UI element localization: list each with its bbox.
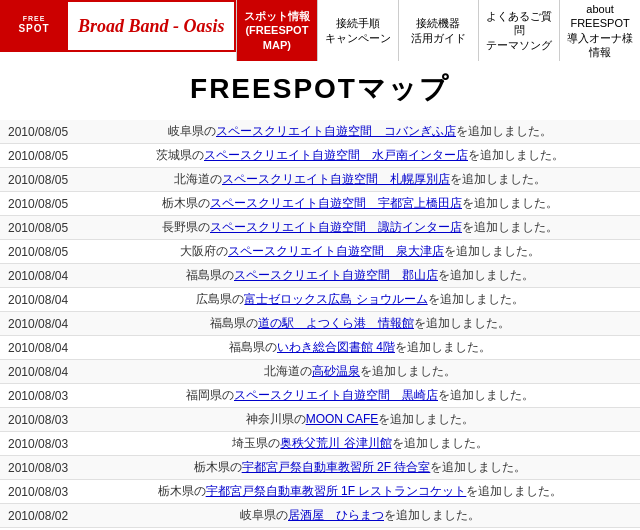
entry-cell: 広島県の富士ゼロックス広島 ショウルームを追加しました。	[80, 288, 640, 312]
date-cell: 2010/08/04	[0, 288, 80, 312]
table-row: 2010/08/03埼玉県の奥秩父荒川 谷津川館を追加しました。	[0, 432, 640, 456]
table-row: 2010/08/04福島県のいわき総合図書館 4階を追加しました。	[0, 336, 640, 360]
date-cell: 2010/08/03	[0, 432, 80, 456]
entry-link[interactable]: 奥秩父荒川 谷津川館	[280, 436, 391, 450]
entry-link[interactable]: MOON CAFE	[306, 412, 379, 426]
brand-area: Broad Band - Oasis	[68, 0, 236, 50]
entry-link[interactable]: スペースクリエイト自遊空間 郡山店	[234, 268, 438, 282]
entry-cell: 茨城県のスペースクリエイト自遊空間 水戸南インター店を追加しました。	[80, 144, 640, 168]
date-cell: 2010/08/04	[0, 312, 80, 336]
nav-item-faq[interactable]: よくあるご質問テーマソング	[478, 0, 559, 61]
entry-link[interactable]: 宇都宮戸祭自動車教習所 1F レストランコケット	[206, 484, 467, 498]
entry-link[interactable]: 富士ゼロックス広島 ショウルーム	[244, 292, 427, 306]
date-cell: 2010/08/03	[0, 384, 80, 408]
entry-link[interactable]: スペースクリエイト自遊空間 黒崎店	[234, 388, 438, 402]
entry-cell: 福岡県のスペースクリエイト自遊空間 黒崎店を追加しました。	[80, 384, 640, 408]
table-row: 2010/08/02岐阜県の居酒屋 ひらまつを追加しました。	[0, 504, 640, 528]
entry-cell: 神奈川県のMOON CAFEを追加しました。	[80, 408, 640, 432]
entry-link[interactable]: スペースクリエイト自遊空間 水戸南インター店	[204, 148, 468, 162]
nav-top: スポット情報(FREESPOT MAP) 接続手順キャンペーン 接続機器活用ガイ…	[236, 0, 640, 61]
entry-link[interactable]: スペースクリエイト自遊空間 泉大津店	[228, 244, 444, 258]
date-cell: 2010/08/03	[0, 456, 80, 480]
date-cell: 2010/08/04	[0, 336, 80, 360]
brand-title: Broad Band - Oasis	[78, 16, 225, 37]
table-row: 2010/08/04福島県のスペースクリエイト自遊空間 郡山店を追加しました。	[0, 264, 640, 288]
table-row: 2010/08/04福島県の道の駅 よつくら港 情報館を追加しました。	[0, 312, 640, 336]
date-cell: 2010/08/04	[0, 360, 80, 384]
entries-body: 2010/08/05岐阜県のスペースクリエイト自遊空間 コバンぎふ店を追加しまし…	[0, 120, 640, 530]
nav-label-about: about FREESPOT導入オーナ様情報	[566, 2, 634, 59]
table-row: 2010/08/05岐阜県のスペースクリエイト自遊空間 コバンぎふ店を追加しまし…	[0, 120, 640, 144]
date-cell: 2010/08/04	[0, 264, 80, 288]
entry-link[interactable]: スペースクリエイト自遊空間 札幌厚別店	[222, 172, 450, 186]
logo-free: FREE	[18, 15, 49, 23]
nav-item-connect[interactable]: 接続手順キャンペーン	[317, 0, 398, 61]
page-title-area: FREESPOTマップ	[0, 52, 640, 120]
table-row: 2010/08/03栃木県の宇都宮戸祭自動車教習所 1F レストランコケットを追…	[0, 480, 640, 504]
entry-link[interactable]: 宇都宮戸祭自動車教習所 2F 待合室	[242, 460, 431, 474]
header: FREE SPOT Broad Band - Oasis スポット情報(FREE…	[0, 0, 640, 52]
nav-area: スポット情報(FREESPOT MAP) 接続手順キャンペーン 接続機器活用ガイ…	[236, 0, 640, 50]
table-row: 2010/08/04北海道の高砂温泉を追加しました。	[0, 360, 640, 384]
table-row: 2010/08/05長野県のスペースクリエイト自遊空間 諏訪インター店を追加しま…	[0, 216, 640, 240]
nav-label-connect: 接続手順キャンペーン	[325, 16, 391, 45]
entry-cell: 岐阜県のスペースクリエイト自遊空間 コバンぎふ店を追加しました。	[80, 120, 640, 144]
entry-cell: 福島県のいわき総合図書館 4階を追加しました。	[80, 336, 640, 360]
entry-link[interactable]: スペースクリエイト自遊空間 コバンぎふ店	[216, 124, 456, 138]
logo-spot: SPOT	[18, 23, 49, 35]
table-row: 2010/08/04広島県の富士ゼロックス広島 ショウルームを追加しました。	[0, 288, 640, 312]
entry-cell: 大阪府のスペースクリエイト自遊空間 泉大津店を追加しました。	[80, 240, 640, 264]
table-row: 2010/08/05北海道のスペースクリエイト自遊空間 札幌厚別店を追加しました…	[0, 168, 640, 192]
logo-text: FREE SPOT	[18, 15, 49, 35]
entry-cell: 長野県のスペースクリエイト自遊空間 諏訪インター店を追加しました。	[80, 216, 640, 240]
entry-link[interactable]: スペースクリエイト自遊空間 諏訪インター店	[210, 220, 462, 234]
date-cell: 2010/08/02	[0, 504, 80, 528]
table-row: 2010/08/05大阪府のスペースクリエイト自遊空間 泉大津店を追加しました。	[0, 240, 640, 264]
entry-cell: 栃木県の宇都宮戸祭自動車教習所 1F レストランコケットを追加しました。	[80, 480, 640, 504]
entry-cell: 栃木県のスペースクリエイト自遊空間 宇都宮上橋田店を追加しました。	[80, 192, 640, 216]
date-cell: 2010/08/05	[0, 240, 80, 264]
page-title: FREESPOTマップ	[0, 70, 640, 108]
date-cell: 2010/08/05	[0, 192, 80, 216]
entry-link[interactable]: 道の駅 よつくら港 情報館	[258, 316, 414, 330]
entry-link[interactable]: 居酒屋 ひらまつ	[288, 508, 384, 522]
content-table: 2010/08/05岐阜県のスペースクリエイト自遊空間 コバンぎふ店を追加しまし…	[0, 120, 640, 530]
entry-link[interactable]: 高砂温泉	[312, 364, 360, 378]
table-row: 2010/08/05茨城県のスペースクリエイト自遊空間 水戸南インター店を追加し…	[0, 144, 640, 168]
table-row: 2010/08/03福岡県のスペースクリエイト自遊空間 黒崎店を追加しました。	[0, 384, 640, 408]
nav-item-spot[interactable]: スポット情報(FREESPOT MAP)	[236, 0, 317, 61]
entry-link[interactable]: スペースクリエイト自遊空間 宇都宮上橋田店	[210, 196, 462, 210]
table-row: 2010/08/03栃木県の宇都宮戸祭自動車教習所 2F 待合室を追加しました。	[0, 456, 640, 480]
date-cell: 2010/08/03	[0, 408, 80, 432]
entry-cell: 埼玉県の奥秩父荒川 谷津川館を追加しました。	[80, 432, 640, 456]
date-cell: 2010/08/05	[0, 216, 80, 240]
entry-cell: 北海道のスペースクリエイト自遊空間 札幌厚別店を追加しました。	[80, 168, 640, 192]
date-cell: 2010/08/05	[0, 168, 80, 192]
entry-link[interactable]: いわき総合図書館 4階	[277, 340, 395, 354]
entry-cell: 栃木県の宇都宮戸祭自動車教習所 2F 待合室を追加しました。	[80, 456, 640, 480]
date-cell: 2010/08/03	[0, 480, 80, 504]
nav-label-spot: スポット情報(FREESPOT MAP)	[243, 9, 311, 52]
table-row: 2010/08/03神奈川県のMOON CAFEを追加しました。	[0, 408, 640, 432]
nav-item-device[interactable]: 接続機器活用ガイド	[398, 0, 479, 61]
table-row: 2010/08/05栃木県のスペースクリエイト自遊空間 宇都宮上橋田店を追加しま…	[0, 192, 640, 216]
logo-area: FREE SPOT	[0, 0, 68, 50]
entry-cell: 福島県の道の駅 よつくら港 情報館を追加しました。	[80, 312, 640, 336]
date-cell: 2010/08/05	[0, 144, 80, 168]
entry-cell: 岐阜県の居酒屋 ひらまつを追加しました。	[80, 504, 640, 528]
date-cell: 2010/08/05	[0, 120, 80, 144]
nav-item-about[interactable]: about FREESPOT導入オーナ様情報	[559, 0, 640, 61]
nav-label-device: 接続機器活用ガイド	[411, 16, 466, 45]
entry-cell: 北海道の高砂温泉を追加しました。	[80, 360, 640, 384]
entry-cell: 福島県のスペースクリエイト自遊空間 郡山店を追加しました。	[80, 264, 640, 288]
nav-label-faq: よくあるご質問テーマソング	[485, 9, 553, 52]
